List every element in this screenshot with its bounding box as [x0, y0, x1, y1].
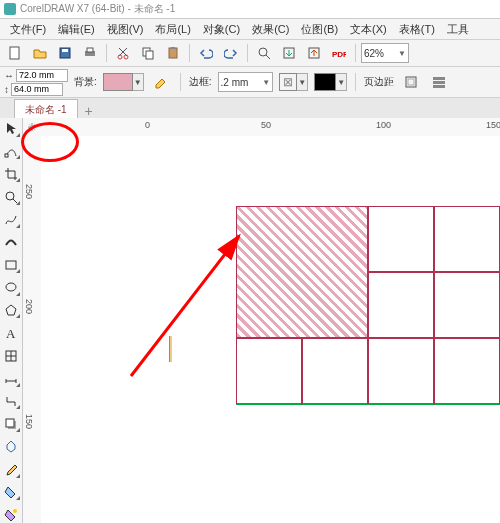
ruler-origin[interactable] — [23, 118, 42, 137]
drop-shadow-tool[interactable] — [2, 415, 20, 432]
ruler-origin-icon — [26, 121, 38, 133]
edit-fill-button[interactable] — [150, 71, 172, 93]
ruler-tick-label: 0 — [145, 120, 150, 130]
publish-pdf-button[interactable]: PDF — [328, 42, 350, 64]
border-none-swatch[interactable]: ⊠ — [279, 73, 297, 91]
zoom-tool[interactable] — [2, 188, 20, 205]
copy-button[interactable] — [137, 42, 159, 64]
options-button[interactable] — [428, 71, 450, 93]
bg-dropdown-button[interactable]: ▼ — [133, 73, 144, 91]
svg-rect-16 — [408, 79, 414, 85]
canvas-area: 0 50 100 150 250 200 150 — [23, 118, 500, 523]
background-swatch[interactable] — [103, 73, 133, 91]
ruler-tick-label: 150 — [24, 414, 34, 429]
import-button[interactable] — [278, 42, 300, 64]
ruler-tick-label: 50 — [261, 120, 271, 130]
redo-button[interactable] — [220, 42, 242, 64]
rectangle-tool[interactable] — [2, 256, 20, 273]
menu-effects[interactable]: 效果(C) — [246, 19, 295, 39]
chevron-down-icon: ▼ — [398, 49, 406, 58]
table-cell[interactable] — [236, 338, 302, 405]
menu-layout[interactable]: 布局(L) — [149, 19, 196, 39]
svg-text:A: A — [6, 326, 16, 340]
menu-table[interactable]: 表格(T) — [393, 19, 441, 39]
paste-button[interactable] — [162, 42, 184, 64]
table-cell[interactable] — [368, 338, 434, 405]
border-none-dd[interactable]: ▼ — [297, 73, 308, 91]
svg-rect-19 — [433, 85, 445, 88]
width-input[interactable] — [16, 69, 68, 82]
table-cell[interactable] — [434, 272, 500, 338]
table-cell[interactable] — [368, 206, 434, 272]
drawing-canvas[interactable] — [41, 136, 500, 523]
svg-point-23 — [6, 283, 16, 291]
property-bar: ↔ ↕ 背景: ▼ 边框: .2 mm▼ ⊠ ▼ ▼ 页边距 — [0, 67, 500, 98]
print-button[interactable] — [79, 42, 101, 64]
svg-rect-2 — [62, 49, 68, 52]
zoom-value: 62% — [364, 48, 384, 59]
border-color-dd[interactable]: ▼ — [336, 73, 347, 91]
horizontal-ruler[interactable]: 0 50 100 150 — [41, 118, 500, 137]
save-button[interactable] — [54, 42, 76, 64]
table-cell[interactable] — [434, 338, 500, 405]
tab-label: 未命名 -1 — [25, 104, 67, 115]
undo-button[interactable] — [195, 42, 217, 64]
table-object[interactable] — [236, 206, 500, 405]
svg-text:PDF: PDF — [332, 50, 346, 59]
smart-fill-tool[interactable] — [2, 506, 20, 523]
shape-tool[interactable] — [2, 143, 20, 160]
export-button[interactable] — [303, 42, 325, 64]
search-button[interactable] — [253, 42, 275, 64]
polygon-tool[interactable] — [2, 302, 20, 319]
table-cell[interactable] — [302, 338, 368, 405]
separator — [355, 73, 356, 91]
menu-tools[interactable]: 工具 — [441, 19, 475, 39]
separator — [355, 44, 356, 62]
open-button[interactable] — [29, 42, 51, 64]
freehand-tool[interactable] — [2, 211, 20, 228]
pick-tool[interactable] — [2, 120, 20, 137]
menu-bitmap[interactable]: 位图(B) — [295, 19, 344, 39]
transparency-tool[interactable] — [2, 438, 20, 455]
svg-rect-17 — [433, 77, 445, 80]
toolbox: A — [0, 118, 23, 523]
artistic-media-tool[interactable] — [2, 234, 20, 251]
ellipse-tool[interactable] — [2, 279, 20, 296]
zoom-combo[interactable]: 62%▼ — [361, 43, 409, 63]
height-input[interactable] — [11, 83, 63, 96]
crop-tool[interactable] — [2, 165, 20, 182]
svg-rect-22 — [6, 261, 16, 269]
new-doc-button[interactable] — [4, 42, 26, 64]
work-area: A 0 50 100 150 250 200 150 — [0, 118, 500, 523]
menubar[interactable]: 文件(F) 编辑(E) 视图(V) 布局(L) 对象(C) 效果(C) 位图(B… — [0, 19, 500, 40]
svg-point-11 — [259, 48, 267, 56]
svg-point-21 — [6, 192, 14, 200]
menu-text[interactable]: 文本(X) — [344, 19, 393, 39]
vertical-ruler[interactable]: 250 200 150 — [23, 136, 42, 523]
selected-cell[interactable] — [236, 206, 368, 338]
cut-button[interactable] — [112, 42, 134, 64]
menu-object[interactable]: 对象(C) — [197, 19, 246, 39]
table-cell[interactable] — [368, 272, 434, 338]
connector-tool[interactable] — [2, 393, 20, 410]
border-color-swatch[interactable] — [314, 73, 336, 91]
margin-button[interactable] — [400, 71, 422, 93]
menu-file[interactable]: 文件(F) — [4, 19, 52, 39]
svg-rect-18 — [433, 81, 445, 84]
menu-view[interactable]: 视图(V) — [101, 19, 150, 39]
eyedropper-tool[interactable] — [2, 461, 20, 478]
standard-toolbar: PDF 62%▼ — [0, 40, 500, 67]
ruler-tick-label: 200 — [24, 299, 34, 314]
svg-rect-10 — [171, 47, 175, 49]
menu-edit[interactable]: 编辑(E) — [52, 19, 101, 39]
border-width-combo[interactable]: .2 mm▼ — [218, 72, 274, 92]
separator — [247, 44, 248, 62]
dimension-tool[interactable] — [2, 370, 20, 387]
table-tool[interactable] — [2, 347, 20, 364]
interactive-fill-tool[interactable] — [2, 484, 20, 501]
text-tool[interactable]: A — [2, 324, 20, 341]
app-icon — [4, 3, 16, 15]
tab-untitled[interactable]: 未命名 -1 — [14, 99, 78, 120]
table-cell[interactable] — [434, 206, 500, 272]
height-icon: ↕ — [4, 84, 9, 95]
